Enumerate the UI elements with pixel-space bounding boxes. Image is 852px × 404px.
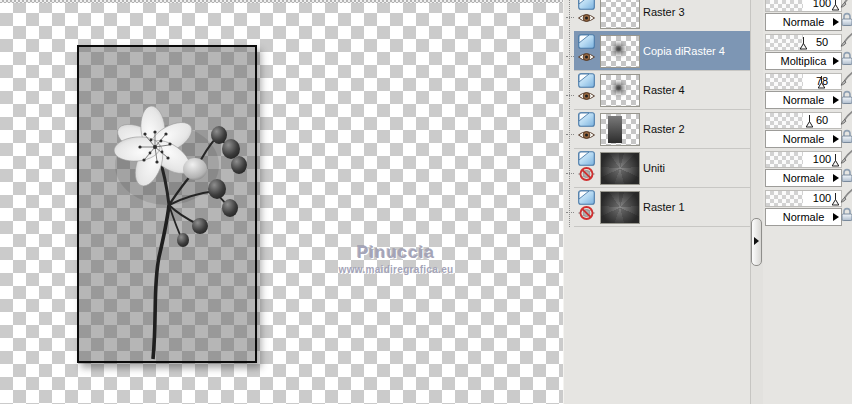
layer-options-row: 100 Normale [763,0,852,31]
blend-mode-dropdown[interactable]: Normale [765,208,842,226]
raster-layer-page-icon [578,0,595,10]
blend-mode-dropdown[interactable]: Normale [765,169,842,187]
dropdown-arrow-icon[interactable] [833,174,839,182]
layer-name: Raster 1 [643,187,749,226]
eye-icon[interactable] [577,50,596,64]
watermark-title: Pinuccia [316,243,476,263]
layer-row[interactable]: Uniti [574,148,751,188]
layer-thumbnail[interactable] [600,35,640,68]
blend-mode-dropdown[interactable]: Normale [765,13,842,31]
eye-icon[interactable] [577,89,596,103]
layer-thumbnail[interactable] [600,191,640,224]
raster-layer-page-icon [578,190,595,205]
eye-crossed-red-icon[interactable] [577,167,596,181]
eye-icon[interactable] [577,128,596,142]
tree-tick [566,173,574,174]
dropdown-arrow-icon[interactable] [833,213,839,221]
brush-icon [839,32,852,48]
layer-name: Raster 3 [643,0,749,31]
tree-tick [566,134,574,135]
layer-thumbnail[interactable] [600,0,640,29]
brush-icon [839,188,852,204]
layer-name: Uniti [643,148,749,187]
brush-icon [839,149,852,165]
brush-icon [839,0,852,9]
tree-tick [566,212,574,213]
raster-layer-page-icon [578,34,595,49]
watermark-url: www.maidiregrafica.eu [316,264,476,275]
layer-tree-line [569,0,570,227]
blend-mode-value: Normale [766,92,841,108]
blend-mode-value: Normale [766,170,841,186]
lock-icon[interactable] [840,12,852,28]
layer-row[interactable]: Raster 4 [574,70,751,110]
lock-icon[interactable] [840,129,852,145]
layer-row[interactable]: Raster 3 [574,0,751,32]
layer-options-row: 100 Normale [763,148,852,187]
raster-layer-page-icon [578,112,595,127]
layer-options-row: 78 Normale [763,70,852,109]
opacity-slider-track[interactable]: 78 [765,73,842,90]
raster-layer-page-icon [578,151,595,166]
cherry-blossom-image [79,47,255,361]
splitter-handle[interactable] [751,218,762,266]
toolbar-edge-pattern [0,0,563,3]
eye-icon[interactable] [577,11,596,25]
opacity-slider-track[interactable]: 100 [765,151,842,168]
layer-row[interactable]: Raster 2 [574,109,751,149]
brush-icon [839,110,852,126]
layer-thumbnail[interactable] [600,74,640,107]
layer-thumbnail[interactable] [600,152,640,185]
layer-row[interactable]: Copia diRaster 4 [574,31,751,71]
blend-mode-dropdown[interactable]: Normale [765,91,842,109]
opacity-value[interactable]: 50 [803,35,841,50]
dropdown-arrow-icon[interactable] [833,96,839,104]
blend-mode-dropdown[interactable]: Moltiplica [765,52,842,70]
opacity-slider-handle[interactable] [805,114,814,128]
eye-crossed-red-icon[interactable] [577,206,596,220]
layer-options-panel: 100 Normale 50 Moltiplica [763,0,852,404]
blend-mode-value: Normale [766,209,841,225]
lock-icon[interactable] [840,207,852,223]
layer-options-row: 50 Moltiplica [763,31,852,70]
opacity-slider-track[interactable]: 50 [765,34,842,51]
dropdown-arrow-icon[interactable] [833,135,839,143]
lock-icon[interactable] [840,90,852,106]
tree-tick [566,56,574,57]
lock-icon[interactable] [840,168,852,184]
tree-tick [566,17,574,18]
opacity-slider-track[interactable]: 60 [765,112,842,129]
opacity-slider-track[interactable]: 100 [765,190,842,207]
opacity-slider-handle[interactable] [817,75,826,89]
tree-tick [566,95,574,96]
opacity-slider-handle[interactable] [799,36,808,50]
brush-icon [839,71,852,87]
blend-mode-value: Moltiplica [766,53,841,69]
app-screen: Pinuccia www.maidiregrafica.eu Raster 3 … [0,0,852,404]
layer-options-row: 100 Normale [763,187,852,226]
blend-mode-value: Normale [766,131,841,147]
dropdown-arrow-icon[interactable] [833,57,839,65]
layer-options-row: 60 Normale [763,109,852,148]
layer-thumbnail[interactable] [600,113,640,146]
layer-name: Copia diRaster 4 [643,31,749,70]
layer-row[interactable]: Raster 1 [574,187,751,227]
watermark: Pinuccia www.maidiregrafica.eu [316,243,476,275]
canvas-workspace: Pinuccia www.maidiregrafica.eu [0,0,563,404]
dropdown-arrow-icon[interactable] [833,18,839,26]
right-triangle-icon [754,237,759,245]
blend-mode-value: Normale [766,14,841,30]
blend-mode-dropdown[interactable]: Normale [765,130,842,148]
image-frame[interactable] [77,45,257,363]
opacity-slider-track[interactable]: 100 [765,0,842,12]
layer-name: Raster 2 [643,109,749,148]
layers-panel: Raster 3 Copia diRaster 4 Raster 4 Raste… [563,0,751,404]
raster-layer-page-icon [578,73,595,88]
lock-icon[interactable] [840,51,852,67]
layer-name: Raster 4 [643,70,749,109]
